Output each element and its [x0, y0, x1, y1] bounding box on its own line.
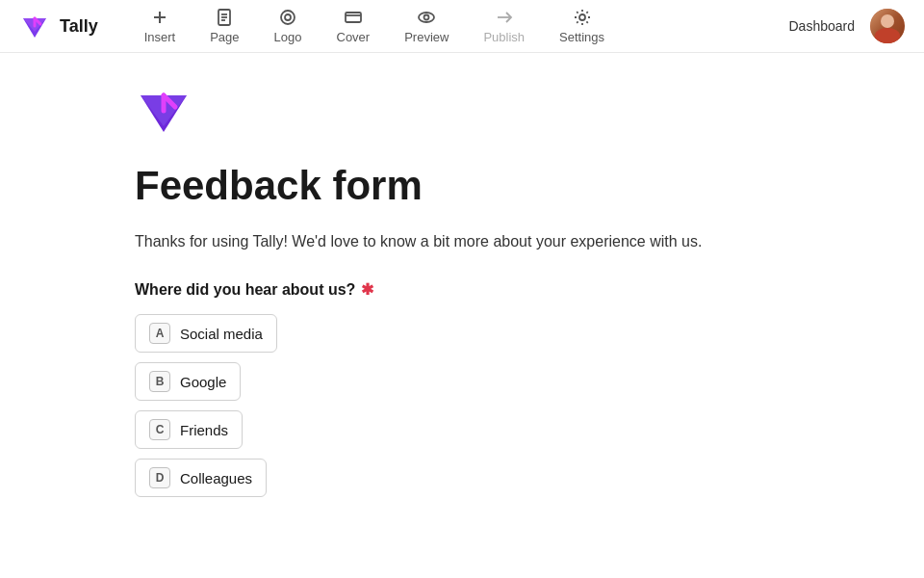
eye-icon [417, 8, 436, 27]
plus-icon [150, 8, 169, 27]
option-d-text: Colleagues [180, 470, 252, 486]
logo-text: Tally [60, 16, 98, 37]
form-description: Thanks for using Tally! We'd love to kno… [135, 230, 789, 253]
question-label: Where did you hear about us? ✱ [135, 280, 789, 299]
logo-nav-icon [278, 8, 297, 27]
svg-rect-12 [346, 13, 361, 22]
options-list: A Social media B Google C Friends D Coll… [135, 314, 789, 497]
option-a-text: Social media [180, 326, 263, 342]
avatar[interactable] [870, 9, 905, 43]
option-d-key: D [149, 467, 170, 488]
nav-item-preview[interactable]: Preview [387, 0, 466, 52]
navbar: Tally Insert Page Logo [0, 0, 924, 53]
required-star: ✱ [361, 280, 373, 299]
nav-item-page[interactable]: Page [192, 0, 256, 52]
avatar-image [870, 9, 905, 43]
option-c-key: C [149, 419, 170, 440]
nav-items: Insert Page Logo Cover [127, 0, 789, 52]
nav-item-cover[interactable]: Cover [320, 0, 388, 52]
option-c-text: Friends [180, 422, 228, 438]
svg-point-15 [424, 15, 429, 20]
nav-item-settings[interactable]: Settings [542, 0, 622, 52]
tally-logo-icon [19, 11, 50, 41]
page-icon [215, 8, 234, 27]
form-title: Feedback form [135, 163, 789, 209]
gear-icon [573, 8, 592, 27]
svg-point-10 [281, 11, 295, 24]
cover-icon [344, 8, 363, 27]
form-logo [135, 82, 789, 144]
option-c[interactable]: C Friends [135, 410, 243, 449]
option-b-text: Google [180, 374, 226, 390]
dashboard-link[interactable]: Dashboard [789, 18, 856, 34]
option-d[interactable]: D Colleagues [135, 459, 267, 497]
nav-item-insert[interactable]: Insert [127, 0, 193, 52]
option-b-key: B [149, 371, 170, 392]
logo-area[interactable]: Tally [19, 11, 98, 41]
option-b[interactable]: B Google [135, 362, 241, 401]
form-logo-icon [135, 82, 192, 140]
option-a-key: A [149, 323, 170, 344]
svg-point-17 [579, 14, 585, 20]
svg-point-14 [419, 13, 434, 22]
send-icon [495, 8, 514, 27]
main-content: Feedback form Thanks for using Tally! We… [0, 53, 924, 526]
nav-item-publish[interactable]: Publish [466, 0, 542, 52]
option-a[interactable]: A Social media [135, 314, 277, 353]
nav-right: Dashboard [789, 9, 906, 43]
nav-item-logo[interactable]: Logo [257, 0, 320, 52]
svg-point-11 [285, 14, 291, 20]
